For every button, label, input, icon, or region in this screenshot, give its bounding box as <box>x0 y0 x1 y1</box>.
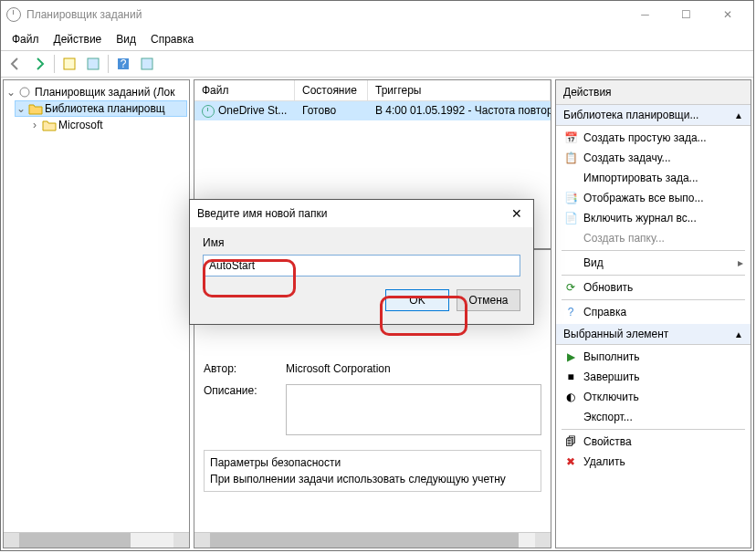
minimize-button[interactable]: ─ <box>625 2 666 27</box>
tree-scrollbar[interactable] <box>4 532 189 548</box>
folder-icon <box>563 231 578 245</box>
menu-view[interactable]: Вид <box>109 31 143 47</box>
col-state[interactable]: Состояние <box>295 80 368 100</box>
maximize-button[interactable]: ☐ <box>666 2 707 27</box>
action-show-all[interactable]: 📑Отображать все выпо... <box>556 188 751 208</box>
action-properties[interactable]: 🗐Свойства <box>556 432 751 452</box>
dialog-titlebar: Введите имя новой папки ✕ <box>190 200 533 227</box>
expander-icon[interactable]: › <box>29 119 40 131</box>
action-create-simple[interactable]: 📅Создать простую зада... <box>556 128 751 148</box>
folder-icon <box>28 102 43 115</box>
svg-rect-1 <box>88 58 99 69</box>
clock-app-icon <box>6 7 21 22</box>
author-label: Автор: <box>204 362 277 375</box>
log-icon: 📄 <box>563 211 578 225</box>
action-delete[interactable]: ✖Удалить <box>556 452 751 472</box>
clock-icon <box>18 86 33 99</box>
security-legend: Параметры безопасности <box>210 456 535 469</box>
svg-text:?: ? <box>121 57 127 70</box>
play-icon: ▶ <box>563 350 578 364</box>
svg-rect-4 <box>142 58 152 69</box>
action-help[interactable]: ?Справка <box>556 302 751 322</box>
action-enable-log[interactable]: 📄Включить журнал вс... <box>556 208 751 228</box>
list-icon: 📑 <box>563 191 578 205</box>
col-file[interactable]: Файл <box>194 80 295 100</box>
menu-action[interactable]: Действие <box>47 31 110 47</box>
stop-icon: ■ <box>563 370 578 384</box>
back-button[interactable] <box>5 53 26 75</box>
folder-icon <box>42 119 57 131</box>
menu-help[interactable]: Справка <box>143 31 201 47</box>
security-fieldset: Параметры безопасности При выполнении за… <box>204 450 541 492</box>
svg-point-5 <box>20 88 29 97</box>
col-triggers[interactable]: Триггеры <box>368 80 551 100</box>
wizard-icon: 📅 <box>563 130 578 145</box>
tree-library[interactable]: ⌄ Библиотека планировщ <box>15 100 187 117</box>
table-row[interactable]: OneDrive St... Готово В 4:00 01.05.1992 … <box>194 101 551 120</box>
titlebar: Планировщик заданий ─ ☐ ✕ <box>1 1 753 28</box>
tree-panel: ⌄ Планировщик заданий (Лок ⌄ Библиотека … <box>3 79 190 548</box>
help-icon[interactable]: ? <box>112 53 134 75</box>
toolbar-icon-3[interactable] <box>136 53 158 75</box>
description-label: Описание: <box>204 384 277 435</box>
actions-section-library[interactable]: Библиотека планировщи... ▲ <box>556 105 751 126</box>
svg-rect-0 <box>64 58 75 69</box>
tree-microsoft[interactable]: › Microsoft <box>29 117 187 133</box>
expander-icon[interactable]: ⌄ <box>5 86 16 99</box>
action-end[interactable]: ■Завершить <box>556 367 751 387</box>
mid-scrollbar[interactable] <box>194 532 551 548</box>
folder-name-input[interactable] <box>203 255 520 276</box>
view-icon <box>563 256 578 270</box>
collapse-icon: ▲ <box>734 329 743 339</box>
menu-file[interactable]: Файл <box>5 31 47 47</box>
disable-icon: ◐ <box>563 390 578 404</box>
action-create-task[interactable]: 📋Создать задачу... <box>556 148 751 168</box>
import-icon <box>563 171 578 185</box>
action-refresh[interactable]: ⟳Обновить <box>556 277 751 297</box>
action-create-folder: Создать папку... <box>556 228 751 248</box>
properties-icon: 🗐 <box>563 434 578 449</box>
dialog-title: Введите имя новой папки <box>197 207 508 220</box>
expander-icon[interactable]: ⌄ <box>16 102 26 115</box>
actions-header: Действия <box>556 80 751 105</box>
help-icon: ? <box>563 305 578 319</box>
chevron-right-icon: ▸ <box>738 256 743 269</box>
cancel-button[interactable]: Отмена <box>457 289 520 311</box>
author-value: Microsoft Corporation <box>286 362 391 375</box>
actions-section-selected[interactable]: Выбранный элемент ▲ <box>556 324 751 345</box>
refresh-icon: ⟳ <box>563 280 578 295</box>
security-row: При выполнении задачи использовать следу… <box>210 473 535 485</box>
close-button[interactable]: ✕ <box>707 2 748 27</box>
action-import[interactable]: Импортировать зада... <box>556 168 751 188</box>
action-run[interactable]: ▶Выполнить <box>556 347 751 367</box>
toolbar-icon-1[interactable] <box>58 53 80 75</box>
toolbar: ? <box>1 50 753 78</box>
toolbar-icon-2[interactable] <box>82 53 104 75</box>
tree-root[interactable]: ⌄ Планировщик заданий (Лок <box>5 84 187 100</box>
action-export[interactable]: Экспорт... <box>556 407 751 427</box>
description-textarea[interactable] <box>286 384 541 435</box>
export-icon <box>563 410 578 424</box>
collapse-icon: ▲ <box>734 110 743 120</box>
actions-panel: Действия Библиотека планировщи... ▲ 📅Соз… <box>555 79 751 548</box>
action-view[interactable]: Вид▸ <box>556 253 751 273</box>
task-icon: 📋 <box>563 151 578 165</box>
forward-button[interactable] <box>28 53 50 75</box>
action-disable[interactable]: ◐Отключить <box>556 387 751 407</box>
name-label: Имя <box>203 236 520 249</box>
ok-button[interactable]: OK <box>385 289 449 311</box>
delete-icon: ✖ <box>563 454 578 469</box>
dialog-close-button[interactable]: ✕ <box>508 206 526 221</box>
task-icon <box>202 105 215 118</box>
window-title: Планировщик заданий <box>26 8 625 21</box>
new-folder-dialog: Введите имя новой папки ✕ Имя OK Отмена <box>189 199 534 325</box>
menubar: Файл Действие Вид Справка <box>1 28 753 50</box>
